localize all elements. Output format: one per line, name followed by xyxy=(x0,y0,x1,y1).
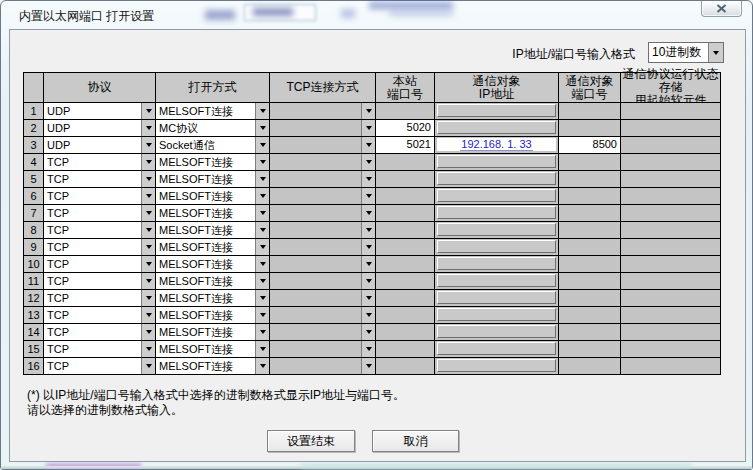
chevron-down-icon[interactable] xyxy=(361,324,375,340)
open-method-dropdown[interactable]: MELSOFT连接 xyxy=(156,103,270,120)
chevron-down-icon[interactable] xyxy=(708,43,723,62)
target-ip-field[interactable] xyxy=(437,274,556,287)
open-method-dropdown[interactable]: MC协议 xyxy=(156,120,270,137)
tcp-mode-dropdown[interactable] xyxy=(270,103,376,120)
target-port-cell[interactable] xyxy=(559,273,621,290)
host-port-cell[interactable] xyxy=(376,290,435,307)
chevron-down-icon[interactable] xyxy=(255,222,269,238)
protocol-dropdown[interactable]: TCP xyxy=(44,205,156,222)
target-ip-field[interactable] xyxy=(437,155,556,168)
target-ip-field[interactable] xyxy=(437,206,556,219)
chevron-down-icon[interactable] xyxy=(255,358,269,374)
tcp-mode-dropdown[interactable] xyxy=(270,341,376,358)
target-ip-cell[interactable] xyxy=(435,358,559,375)
target-ip-cell[interactable] xyxy=(435,154,559,171)
tcp-mode-dropdown[interactable] xyxy=(270,256,376,273)
chevron-down-icon[interactable] xyxy=(255,324,269,340)
target-port-cell[interactable] xyxy=(559,188,621,205)
target-ip-cell[interactable] xyxy=(435,103,559,120)
target-port-cell[interactable] xyxy=(559,358,621,375)
chevron-down-icon[interactable] xyxy=(141,154,155,170)
target-ip-field[interactable] xyxy=(437,257,556,270)
target-ip-field[interactable] xyxy=(437,104,556,117)
protocol-dropdown[interactable]: UDP xyxy=(44,137,156,154)
chevron-down-icon[interactable] xyxy=(361,256,375,272)
chevron-down-icon[interactable] xyxy=(361,358,375,374)
target-ip-cell[interactable] xyxy=(435,307,559,324)
chevron-down-icon[interactable] xyxy=(361,290,375,306)
tcp-mode-dropdown[interactable] xyxy=(270,222,376,239)
target-port-cell[interactable] xyxy=(559,239,621,256)
target-ip-field[interactable] xyxy=(437,291,556,304)
protocol-dropdown[interactable]: TCP xyxy=(44,188,156,205)
target-ip-field[interactable] xyxy=(437,189,556,202)
protocol-dropdown[interactable]: TCP xyxy=(44,239,156,256)
chevron-down-icon[interactable] xyxy=(255,239,269,255)
protocol-dropdown[interactable]: TCP xyxy=(44,341,156,358)
target-ip-cell[interactable] xyxy=(435,341,559,358)
target-ip-cell[interactable] xyxy=(435,205,559,222)
tcp-mode-dropdown[interactable] xyxy=(270,120,376,137)
chevron-down-icon[interactable] xyxy=(361,273,375,289)
chevron-down-icon[interactable] xyxy=(255,273,269,289)
target-port-cell[interactable] xyxy=(559,154,621,171)
target-ip-field[interactable]: 192.168. 1. 33 xyxy=(437,138,556,151)
chevron-down-icon[interactable] xyxy=(255,256,269,272)
protocol-dropdown[interactable]: TCP xyxy=(44,273,156,290)
open-method-dropdown[interactable]: MELSOFT连接 xyxy=(156,256,270,273)
target-ip-cell[interactable] xyxy=(435,239,559,256)
host-port-cell[interactable] xyxy=(376,171,435,188)
protocol-dropdown[interactable]: TCP xyxy=(44,324,156,341)
target-ip-cell[interactable]: 192.168. 1. 33 xyxy=(435,137,559,154)
chevron-down-icon[interactable] xyxy=(141,103,155,119)
target-ip-cell[interactable] xyxy=(435,290,559,307)
chevron-down-icon[interactable] xyxy=(141,341,155,357)
open-method-dropdown[interactable]: MELSOFT连接 xyxy=(156,205,270,222)
tcp-mode-dropdown[interactable] xyxy=(270,290,376,307)
chevron-down-icon[interactable] xyxy=(141,290,155,306)
chevron-down-icon[interactable] xyxy=(361,205,375,221)
chevron-down-icon[interactable] xyxy=(141,324,155,340)
protocol-dropdown[interactable]: TCP xyxy=(44,222,156,239)
open-method-dropdown[interactable]: MELSOFT连接 xyxy=(156,273,270,290)
tcp-mode-dropdown[interactable] xyxy=(270,358,376,375)
chevron-down-icon[interactable] xyxy=(141,239,155,255)
open-method-dropdown[interactable]: MELSOFT连接 xyxy=(156,222,270,239)
protocol-dropdown[interactable]: UDP xyxy=(44,120,156,137)
open-method-dropdown[interactable]: MELSOFT连接 xyxy=(156,171,270,188)
target-ip-field[interactable] xyxy=(437,359,556,372)
target-ip-field[interactable] xyxy=(437,342,556,355)
chevron-down-icon[interactable] xyxy=(255,137,269,153)
target-ip-cell[interactable] xyxy=(435,188,559,205)
protocol-dropdown[interactable]: TCP xyxy=(44,171,156,188)
target-ip-field[interactable] xyxy=(437,240,556,253)
open-method-dropdown[interactable]: MELSOFT连接 xyxy=(156,239,270,256)
target-ip-field[interactable] xyxy=(437,223,556,236)
host-port-cell[interactable] xyxy=(376,205,435,222)
chevron-down-icon[interactable] xyxy=(255,171,269,187)
tcp-mode-dropdown[interactable] xyxy=(270,171,376,188)
target-port-cell[interactable]: 8500 xyxy=(559,137,621,154)
protocol-dropdown[interactable]: TCP xyxy=(44,256,156,273)
chevron-down-icon[interactable] xyxy=(255,307,269,323)
host-port-cell[interactable] xyxy=(376,307,435,324)
target-port-cell[interactable] xyxy=(559,290,621,307)
chevron-down-icon[interactable] xyxy=(141,120,155,136)
chevron-down-icon[interactable] xyxy=(361,341,375,357)
chevron-down-icon[interactable] xyxy=(361,222,375,238)
host-port-cell[interactable]: 5021 xyxy=(376,137,435,154)
input-format-dropdown[interactable]: 10进制数 xyxy=(648,42,724,63)
target-port-cell[interactable] xyxy=(559,205,621,222)
host-port-cell[interactable] xyxy=(376,154,435,171)
target-port-cell[interactable] xyxy=(559,324,621,341)
chevron-down-icon[interactable] xyxy=(141,222,155,238)
host-port-cell[interactable] xyxy=(376,324,435,341)
host-port-cell[interactable] xyxy=(376,341,435,358)
chevron-down-icon[interactable] xyxy=(141,137,155,153)
protocol-dropdown[interactable]: TCP xyxy=(44,307,156,324)
chevron-down-icon[interactable] xyxy=(141,205,155,221)
chevron-down-icon[interactable] xyxy=(361,307,375,323)
protocol-dropdown[interactable]: UDP xyxy=(44,103,156,120)
tcp-mode-dropdown[interactable] xyxy=(270,137,376,154)
target-port-cell[interactable] xyxy=(559,307,621,324)
